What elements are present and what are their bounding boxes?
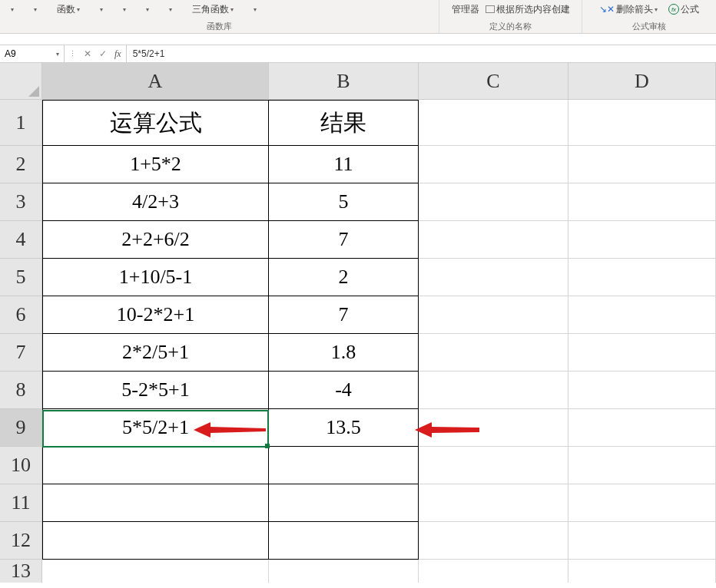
cell-B3[interactable]: 5 <box>269 183 419 221</box>
formula-button[interactable]: fx 公式 <box>668 3 699 16</box>
cell-C11[interactable] <box>419 484 568 522</box>
cell-A11[interactable] <box>42 484 269 522</box>
cell-D8[interactable] <box>568 372 716 409</box>
row-header-11[interactable]: 11 <box>0 484 42 522</box>
col-header-A[interactable]: A <box>42 63 269 100</box>
cell-C13[interactable] <box>419 560 568 583</box>
cell-A10[interactable] <box>42 447 269 484</box>
cell-C9[interactable] <box>419 409 568 447</box>
create-from-selection-button[interactable]: 根据所选内容创建 <box>486 3 570 16</box>
cell-C1[interactable] <box>419 100 568 146</box>
ribbon-dropdown[interactable]: ▾ <box>169 6 172 13</box>
cell-B9[interactable]: 13.5 <box>269 409 419 447</box>
row-header-10[interactable]: 10 <box>0 447 42 484</box>
remove-arrows-icon: ↘✕ <box>599 4 615 15</box>
name-box-value: A9 <box>5 48 16 59</box>
cell-C5[interactable] <box>419 259 568 296</box>
formula-bar: A9 ▾ ⋮ ✕ ✓ fx <box>0 45 716 63</box>
cell-A7[interactable]: 2*2/5+1 <box>42 334 269 372</box>
ribbon-dropdown[interactable]: ▾ <box>11 6 14 13</box>
row-header-1[interactable]: 1 <box>0 100 42 146</box>
cell-B5[interactable]: 2 <box>269 259 419 296</box>
cell-A3[interactable]: 4/2+3 <box>42 183 269 221</box>
chevron-down-icon: ▾ <box>56 51 59 58</box>
col-header-B[interactable]: B <box>269 63 419 100</box>
cell-A2[interactable]: 1+5*2 <box>42 146 269 183</box>
ribbon: ▾ ▾ 函数 ▾ ▾ ▾ ▾ ▾ 三角函数 ▾ ▾ 函数库 管理器 根据所选内容… <box>0 0 716 34</box>
cell-C4[interactable] <box>419 221 568 259</box>
cell-D10[interactable] <box>568 447 716 484</box>
cell-B8[interactable]: -4 <box>269 372 419 409</box>
cell-A4[interactable]: 2+2+6/2 <box>42 221 269 259</box>
cell-D12[interactable] <box>568 522 716 560</box>
cancel-formula-button[interactable]: ✕ <box>84 48 91 59</box>
ribbon-dropdown[interactable]: ▾ <box>100 6 103 13</box>
ribbon-dropdown[interactable]: ▾ <box>123 6 126 13</box>
row-header-12[interactable]: 12 <box>0 522 42 560</box>
cell-A5[interactable]: 1+10/5-1 <box>42 259 269 296</box>
cell-B6[interactable]: 7 <box>269 296 419 334</box>
cell-D1[interactable] <box>568 100 716 146</box>
cell-B4[interactable]: 7 <box>269 221 419 259</box>
cell-D4[interactable] <box>568 221 716 259</box>
cell-B10[interactable] <box>269 447 419 484</box>
cell-A12[interactable] <box>42 522 269 560</box>
cell-D11[interactable] <box>568 484 716 522</box>
cell-C3[interactable] <box>419 183 568 221</box>
col-header-D[interactable]: D <box>568 63 716 100</box>
cell-D9[interactable] <box>568 409 716 447</box>
row-header-5[interactable]: 5 <box>0 259 42 296</box>
cell-D7[interactable] <box>568 334 716 372</box>
row-header-13[interactable]: 13 <box>0 560 42 583</box>
formula-input[interactable] <box>127 45 716 62</box>
row-header-3[interactable]: 3 <box>0 183 42 221</box>
cell-B2[interactable]: 11 <box>269 146 419 183</box>
row-header-4[interactable]: 4 <box>0 221 42 259</box>
row-header-7[interactable]: 7 <box>0 334 42 372</box>
cell-C2[interactable] <box>419 146 568 183</box>
cell-B13[interactable] <box>269 560 419 583</box>
name-manager-button[interactable]: 管理器 <box>452 3 479 16</box>
ribbon-function-label: 函数 <box>57 3 75 16</box>
cell-A8[interactable]: 5-2*5+1 <box>42 372 269 409</box>
name-box[interactable]: A9 ▾ <box>0 45 65 62</box>
cell-C7[interactable] <box>419 334 568 372</box>
cell-A13[interactable] <box>42 560 269 583</box>
cell-B1[interactable]: 结果 <box>269 100 419 146</box>
fx-icon[interactable]: fx <box>114 48 121 60</box>
cell-D13[interactable] <box>568 560 716 583</box>
cell-D2[interactable] <box>568 146 716 183</box>
accept-formula-button[interactable]: ✓ <box>99 48 107 59</box>
ribbon-dropdown[interactable]: ▾ <box>254 6 257 13</box>
row-header-8[interactable]: 8 <box>0 372 42 409</box>
cell-B11[interactable] <box>269 484 419 522</box>
cell-D6[interactable] <box>568 296 716 334</box>
name-manager-label: 管理器 <box>452 3 479 16</box>
cell-A9[interactable]: 5*5/2+1 <box>42 409 269 447</box>
cell-C6[interactable] <box>419 296 568 334</box>
row-header-9[interactable]: 9 <box>0 409 42 447</box>
remove-arrows-button[interactable]: ↘✕ 删除箭头 ▾ <box>599 3 658 16</box>
ribbon-group-names: 定义的名称 <box>439 21 582 32</box>
ribbon-dropdown[interactable]: ▾ <box>146 6 149 13</box>
cell-A6[interactable]: 10-2*2+1 <box>42 296 269 334</box>
col-header-C[interactable]: C <box>419 63 568 100</box>
cell-C10[interactable] <box>419 447 568 484</box>
create-from-selection-label: 根据所选内容创建 <box>496 3 570 16</box>
cell-C8[interactable] <box>419 372 568 409</box>
cell-D5[interactable] <box>568 259 716 296</box>
select-all-corner[interactable] <box>0 63 42 100</box>
formula-separator: ⋮ <box>69 50 76 58</box>
worksheet[interactable]: A B C D 1 运算公式 结果 2 1+5*2 11 3 4/2+3 5 4… <box>0 63 716 583</box>
cell-A1[interactable]: 运算公式 <box>42 100 269 146</box>
row-header-6[interactable]: 6 <box>0 296 42 334</box>
cell-C12[interactable] <box>419 522 568 560</box>
ribbon-dropdown[interactable]: ▾ <box>34 6 37 13</box>
ribbon-trig-dropdown[interactable]: 三角函数 ▾ <box>192 3 234 16</box>
cell-B7[interactable]: 1.8 <box>269 334 419 372</box>
row-header-2[interactable]: 2 <box>0 146 42 183</box>
ribbon-function-dropdown[interactable]: 函数 ▾ <box>57 3 80 16</box>
cell-D3[interactable] <box>568 183 716 221</box>
cell-B12[interactable] <box>269 522 419 560</box>
formula-label: 公式 <box>681 3 699 16</box>
